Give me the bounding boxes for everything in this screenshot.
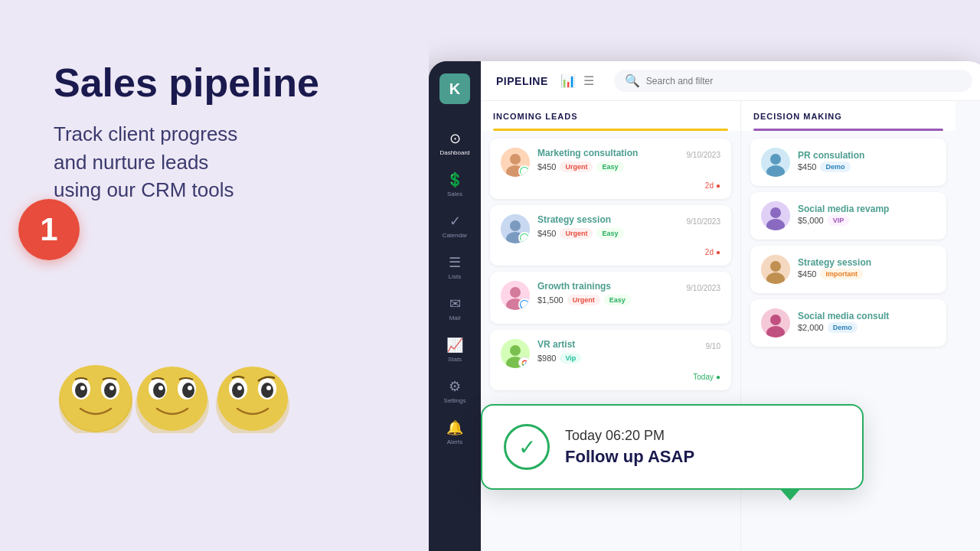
popup-time: Today 06:20 PM (565, 428, 841, 444)
card-price-1: $450 (537, 162, 556, 171)
dm-card-meta-3: $450 Important (798, 269, 936, 279)
incoming-leads-title: INCOMING LEADS (493, 112, 728, 129)
dm-card-meta-4: $2,000 Demo (798, 322, 936, 333)
dashboard-icon: ⊙ (449, 130, 461, 147)
dm-card-name-4: Social media consult (798, 311, 889, 321)
svg-point-24 (266, 386, 271, 390)
calendar-icon: ✓ (449, 213, 461, 230)
subtitle: Track client progressand nurture leadsus… (54, 120, 398, 204)
badge-urgent-3: Urgent (567, 295, 600, 305)
card-name-2: Strategy session (537, 214, 611, 225)
lists-icon: ☰ (449, 254, 461, 271)
dm-badge-demo-1: Demo (820, 161, 850, 172)
sidebar: K ⊙ Dashboard 💲 Sales ✓ Calendar ☰ Lists… (429, 61, 481, 551)
avatar-2 (501, 214, 530, 243)
sidebar-item-alerts[interactable]: 🔔 Alerts (429, 412, 481, 453)
svg-point-13 (153, 383, 165, 398)
emoji-decoration (54, 357, 398, 433)
sidebar-item-settings[interactable]: ⚙ Settings (429, 370, 481, 412)
card-date-2: 9/10/2023 (687, 217, 721, 226)
svg-point-21 (232, 383, 244, 398)
card-name-3: Growth trainings (537, 281, 611, 292)
dm-card-meta-1: $450 Demo (798, 161, 936, 172)
badge-urgent-1: Urgent (560, 161, 593, 172)
dm-card-info-1: PR consulation $450 Demo (798, 148, 936, 172)
lead-card-3[interactable]: Growth trainings 9/10/2023 $1,500 Urgent… (490, 272, 731, 324)
whatsapp-badge-2 (518, 232, 530, 243)
popup-text: Today 06:20 PM Follow up ASAP (565, 428, 841, 467)
popup-notification: ✓ Today 06:20 PM Follow up ASAP (481, 404, 864, 490)
dm-card-3[interactable]: Strategy session $450 Important (750, 246, 946, 293)
badge-urgent-2: Urgent (560, 228, 593, 239)
card-name-4: VR artist (537, 339, 575, 350)
dm-card-2[interactable]: Social media revamp $5,000 VIP (750, 192, 946, 240)
dm-avatar-3 (761, 255, 790, 284)
svg-point-22 (261, 383, 273, 398)
sidebar-item-stats[interactable]: 📈 Stats (429, 329, 481, 370)
dm-card-info-3: Strategy session $450 Important (798, 255, 936, 279)
mail-icon: ✉ (449, 295, 461, 312)
dm-card-price-2: $5,000 (798, 216, 824, 225)
card-meta-1: $450 Urgent Easy (537, 161, 720, 172)
card-meta-3: $1,500 Urgent Easy (537, 295, 720, 305)
dm-card-4[interactable]: Social media consult $2,000 Demo (750, 299, 946, 347)
popup-message: Follow up ASAP (565, 447, 841, 467)
dm-badge-important-3: Important (820, 269, 863, 279)
whatsapp-badge-1 (518, 165, 530, 177)
svg-point-16 (188, 386, 192, 390)
card-footer-4: Today● (501, 373, 720, 381)
card-meta-2: $450 Urgent Easy (537, 228, 720, 239)
dm-card-name-3: Strategy session (798, 257, 871, 268)
sidebar-item-calendar[interactable]: ✓ Calendar (429, 205, 481, 246)
sidebar-item-sales[interactable]: 💲 Sales (429, 164, 481, 205)
svg-point-18 (217, 367, 288, 431)
lead-card-1[interactable]: Marketing consultation 9/10/2023 $450 Ur… (490, 139, 731, 199)
popup-tail (779, 488, 801, 500)
dm-card-name-2: Social media revamp (798, 204, 889, 214)
card-name-1: Marketing consultation (537, 148, 638, 158)
sidebar-item-mail[interactable]: ✉ Mail (429, 288, 481, 329)
svg-point-8 (109, 386, 114, 390)
svg-point-10 (137, 367, 207, 431)
card-date-3: 9/10/2023 (687, 284, 721, 292)
emoji-face-2 (130, 357, 214, 433)
dm-badge-vip-2: VIP (828, 215, 850, 226)
card-info-2: Strategy session 9/10/2023 $450 Urgent E… (537, 214, 720, 239)
stats-icon: 📈 (446, 337, 463, 354)
alerts-icon: 🔔 (446, 419, 463, 436)
sidebar-item-lists[interactable]: ☰ Lists (429, 246, 481, 288)
header-icons: 📊 ☰ (560, 73, 594, 88)
chart-icon[interactable]: 📊 (560, 73, 576, 88)
svg-point-23 (237, 386, 242, 390)
dm-card-top-3: Strategy session $450 Important (761, 255, 936, 284)
search-bar[interactable]: 🔍 (614, 70, 972, 92)
search-input[interactable] (646, 76, 962, 86)
menu-icon[interactable]: ☰ (583, 73, 594, 88)
sidebar-item-dashboard[interactable]: ⊙ Dashboard (429, 122, 481, 164)
card-footer-2: 2d● (501, 248, 720, 256)
dm-card-info-2: Social media revamp $5,000 VIP (798, 201, 936, 226)
avatar-4 (501, 339, 530, 368)
messenger-badge-3 (518, 298, 530, 310)
lead-card-2[interactable]: Strategy session 9/10/2023 $450 Urgent E… (490, 205, 731, 266)
card-date-1: 9/10/2023 (687, 151, 721, 159)
settings-icon: ⚙ (449, 378, 461, 395)
svg-point-35 (510, 345, 521, 356)
pipeline-title: PIPELINE (496, 75, 548, 87)
decision-making-title: DECISION MAKING (753, 112, 943, 129)
dm-card-top-1: PR consulation $450 Demo (761, 148, 936, 177)
card-top-4: VR artist 9/10 $980 Vip (501, 339, 720, 368)
google-badge-4 (518, 357, 530, 368)
lead-card-4[interactable]: VR artist 9/10 $980 Vip (490, 330, 731, 390)
dm-card-info-4: Social media consult $2,000 Demo (798, 308, 936, 333)
sales-icon: 💲 (446, 171, 463, 188)
dm-card-top-4: Social media consult $2,000 Demo (761, 308, 936, 337)
dm-card-1[interactable]: PR consulation $450 Demo (750, 139, 946, 186)
emoji-face-3 (211, 357, 295, 433)
card-info-4: VR artist 9/10 $980 Vip (537, 339, 720, 364)
svg-point-26 (510, 154, 521, 165)
svg-point-32 (510, 287, 521, 298)
card-price-4: $980 (537, 354, 556, 363)
svg-point-5 (75, 383, 87, 398)
dm-avatar-4 (761, 308, 790, 337)
